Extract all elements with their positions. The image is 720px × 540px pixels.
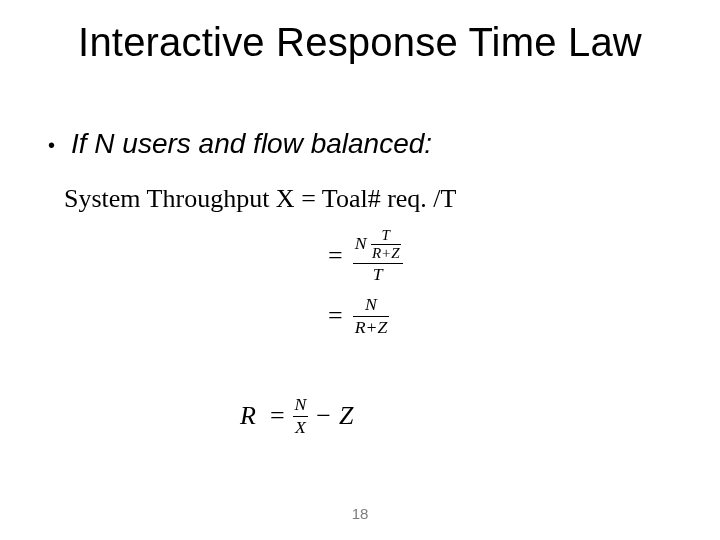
equals-sign: = bbox=[328, 301, 343, 331]
equals-sign: = bbox=[270, 401, 285, 431]
equals-sign: = bbox=[328, 241, 343, 271]
inner-denominator: R+Z bbox=[371, 244, 401, 261]
fraction-denominator: X bbox=[293, 416, 309, 437]
slide-title: Interactive Response Time Law bbox=[0, 20, 720, 65]
bullet-text: If N users and flow balanced: bbox=[71, 128, 432, 160]
N-factor: N bbox=[355, 233, 367, 253]
fraction-NX: N X bbox=[293, 396, 309, 436]
bullet-line: • If N users and flow balanced: bbox=[48, 128, 432, 160]
fraction-outer: N T R+Z T bbox=[353, 228, 403, 284]
fraction-denominator: T bbox=[353, 263, 403, 284]
equation-step-2: = N T R+Z T bbox=[328, 228, 403, 284]
equation-step-3: = N R+Z bbox=[328, 296, 389, 336]
equation-throughput-def: System Throughput X = Toal# req. /T bbox=[64, 184, 456, 214]
R-var: R bbox=[240, 401, 256, 431]
bullet-dot: • bbox=[48, 135, 55, 155]
fraction-numerator: N bbox=[293, 396, 309, 416]
minus-sign: − bbox=[316, 401, 331, 431]
equation-result: R = N X − Z bbox=[240, 396, 354, 436]
Z-var: Z bbox=[339, 401, 353, 431]
inner-fraction: T R+Z bbox=[371, 228, 401, 261]
inner-numerator: T bbox=[371, 228, 401, 244]
fraction-numerator: N T R+Z bbox=[353, 228, 403, 263]
fraction: N R+Z bbox=[353, 296, 390, 336]
slide: Interactive Response Time Law • If N use… bbox=[0, 0, 720, 540]
page-number: 18 bbox=[0, 505, 720, 522]
fraction-numerator: N bbox=[353, 296, 390, 316]
fraction-denominator: R+Z bbox=[353, 316, 390, 337]
